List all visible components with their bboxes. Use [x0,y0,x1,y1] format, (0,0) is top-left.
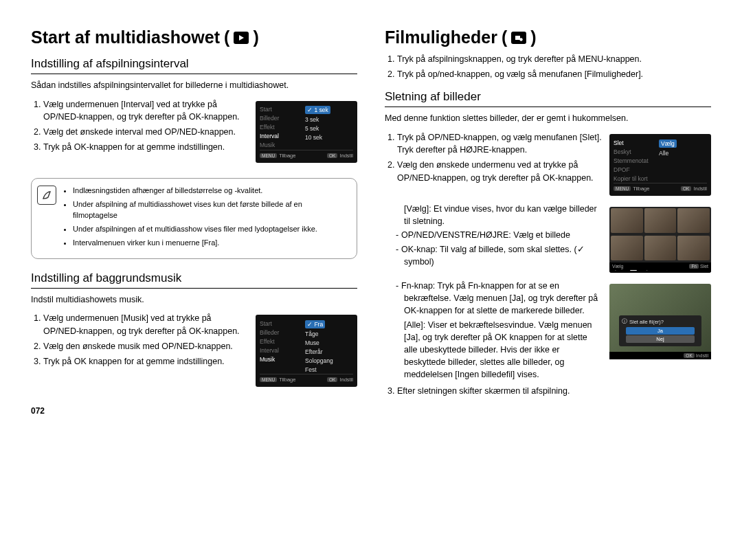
svg-marker-0 [239,35,244,41]
sec1-heading: Indstilling af afspilningsinterval [31,57,357,74]
check-icon: ✓ [577,243,585,256]
info-icon: ⓘ [622,318,627,325]
delete-foot: MENU Tilbage OK Indstil [614,183,707,192]
note-item: Under afspilningen af et multidiasshow v… [73,224,348,235]
step3-list: Efter sletningen skifter skærmen til afs… [385,385,711,397]
music-foot: MENU Tilbage OK Indstil [260,374,353,383]
select-photos-screenshot: ◀ 11 12 1 3 5 ▶ Vælg Fn Slet [609,207,711,273]
yes-button: Ja [626,327,695,335]
delete-menu-left: Slet Beskyt Stemmenotat DPOF Kopier til … [614,138,651,183]
play-rect-icon [234,32,249,44]
svg-rect-1 [515,36,520,40]
delete-screenshot: Slet Beskyt Stemmenotat DPOF Kopier til … [609,134,711,196]
music-screenshot: Start Billeder Effekt Interval Musik ✓ F… [256,315,357,387]
note-item: Indlæsningstiden afhænger af billedstørr… [73,186,348,197]
close-paren: ) [253,27,258,47]
interval-screenshot: Start Billeder Effekt Interval Musik ✓ 1… [256,101,357,163]
list-item: Tryk på op/ned-knappen, og vælg så menuf… [397,68,711,80]
confirm-screenshot: ⓘSlet alle fil(er)? Ja Nej OK Indstil [609,284,711,359]
right-intro-steps: Tryk på afspilningsknappen, og tryk dere… [385,53,711,80]
manual-page: Start af multidiashowet ( ) Indstilling … [0,0,742,560]
note-item: Intervalmenuen virker kun i menuerne [Fr… [73,238,348,249]
delete-heading: Sletning af billeder [385,90,711,107]
svg-point-2 [520,38,523,41]
delete-menu-right: Vælg Alle [659,138,707,157]
note-box: Indlæsningstiden afhænger af billedstørr… [31,178,357,259]
music-menu-right: ✓ Fra Tåge Muse Efterår Solopgang Fest [305,319,353,374]
right-heading: Filmuligheder ( ) [385,27,711,47]
sec1-intro: Sådan indstilles afspilningsintervallet … [31,80,357,91]
confirm-dialog: ⓘSlet alle fil(er)? Ja Nej [619,315,701,346]
delete-intro: Med denne funktion slettes billeder, der… [385,113,711,124]
music-menu-left: Start Billeder Effekt Interval Musik [260,319,297,363]
sec2-intro: Indstil multidiashowets musik. [31,294,357,306]
interval-menu-right: ✓ 1 sek 3 sek 5 sek 10 sek [305,105,353,142]
left-heading: Start af multidiashowet ( ) [31,27,357,47]
left-column: Start af multidiashowet ( ) Indstilling … [31,27,357,546]
open-paren: ( [224,27,229,47]
left-h1-text: Start af multidiashowet [31,27,220,47]
interval-menu-left: Start Billeder Effekt Interval Musik [260,105,297,150]
sec2-heading: Indstilling af baggrundsmusik [31,271,357,289]
list-item: Tryk på afspilningsknappen, og tryk dere… [397,53,711,65]
list-item: Efter sletningen skifter skærmen til afs… [397,385,711,397]
interval-foot: MENU Tilbage OK Indstil [260,150,353,159]
film-gear-icon [511,32,526,44]
note-item: Under afspilning af multidiasshowet vise… [73,199,348,221]
no-button: Nej [626,335,695,343]
note-icon [37,186,56,205]
right-column: Filmuligheder ( ) Tryk på afspilningskna… [385,27,711,546]
page-number: 072 [31,406,357,416]
right-h1-text: Filmuligheder [385,27,497,47]
